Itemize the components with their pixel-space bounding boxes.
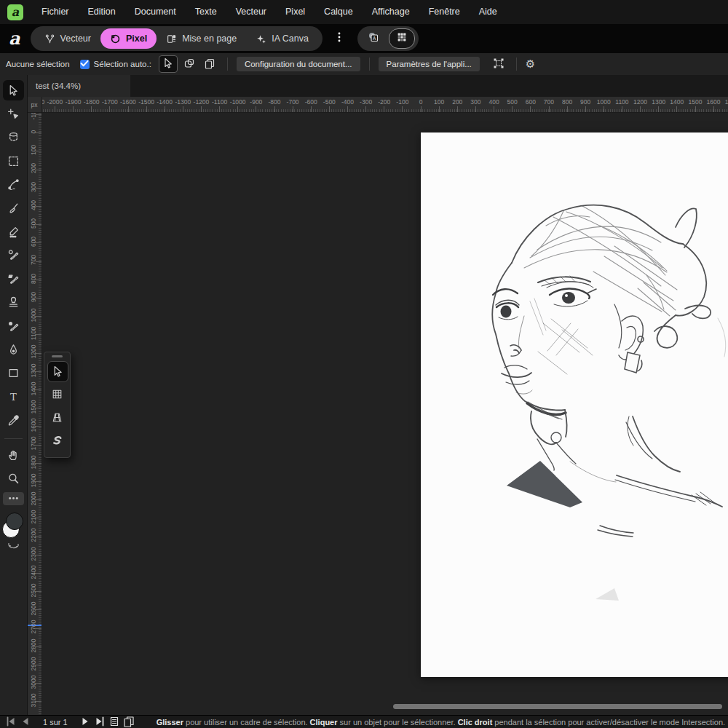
select-mode-copy-button[interactable]	[201, 56, 218, 72]
menu-bar: a FichierEditionDocumentTexteVecteurPixe…	[0, 0, 728, 25]
divider	[369, 58, 370, 71]
flood-select-tool[interactable]	[3, 103, 24, 124]
document-tab[interactable]: test (34.4%)	[27, 75, 130, 97]
h-ruler-label: -1900	[66, 98, 82, 106]
document-setup-button[interactable]: Configuration du document...	[237, 57, 360, 71]
studio-toggle-group: A	[357, 26, 419, 51]
flyout-move-tool[interactable]	[47, 361, 68, 382]
status-bar: 1 sur 1 Glisser pour utiliser un cadre d…	[0, 715, 728, 728]
v-ruler-label: 3100	[30, 686, 37, 715]
document-tab-bar: test (34.4%)	[27, 75, 728, 97]
h-ruler-label: -1200	[194, 98, 210, 106]
h-ruler-label: -600	[305, 98, 317, 106]
first-page-icon	[5, 716, 17, 728]
menu-item-aide[interactable]: Aide	[470, 0, 507, 24]
affinity-logo-icon[interactable]: a	[7, 4, 23, 20]
select-mode-cursor-button[interactable]	[159, 55, 178, 73]
horizontal-scrollbar-thumb[interactable]	[393, 704, 722, 709]
kebab-icon	[333, 31, 345, 46]
marquee-select-tool[interactable]	[3, 151, 24, 171]
swap-colours-icon[interactable]	[9, 543, 18, 548]
overlap-shapes-icon	[183, 58, 195, 71]
move-tool[interactable]	[3, 80, 24, 100]
view-tool[interactable]	[3, 445, 24, 465]
fill-colour-well[interactable]	[7, 513, 23, 530]
persona-mise-en-page[interactable]: Mise en page	[157, 28, 246, 49]
pen-tool[interactable]	[3, 339, 24, 360]
previous-page-button[interactable]	[20, 718, 31, 726]
hints-toggle-button[interactable]: A	[361, 29, 386, 48]
select-mode-shapes-button[interactable]	[181, 56, 198, 72]
cursor-icon	[162, 58, 174, 71]
colour-picker-tool[interactable]	[3, 411, 24, 431]
h-ruler-label: 1000	[597, 98, 611, 106]
h-ruler-label: 1100	[615, 98, 628, 106]
menu-item-fentre[interactable]: Fenêtre	[419, 0, 470, 24]
text-tool[interactable]: T	[3, 387, 24, 407]
h-ruler-label: 500	[507, 98, 518, 106]
menu-item-calque[interactable]: Calque	[314, 0, 363, 24]
app-settings-button[interactable]: Paramètres de l'appli...	[379, 57, 480, 71]
single-page-view-button[interactable]	[109, 718, 119, 726]
divider	[227, 58, 228, 71]
menu-item-texte[interactable]: Texte	[186, 0, 226, 24]
check-icon	[79, 58, 90, 71]
insertion-target-icon	[493, 58, 505, 71]
h-ruler-label: 1700	[725, 98, 728, 106]
clone-stamp-tool[interactable]	[3, 293, 24, 313]
auto-select-checkbox[interactable]	[80, 60, 90, 69]
h-ruler-label: -1000	[230, 98, 246, 106]
h-ruler-label: 800	[562, 98, 572, 106]
single-page-icon	[108, 716, 120, 728]
flyout-drag-handle[interactable]	[52, 355, 63, 357]
sketch-artwork	[421, 132, 728, 677]
paint-brush-tool[interactable]	[3, 198, 24, 218]
menu-item-document[interactable]: Document	[125, 0, 186, 24]
horizontal-ruler[interactable]: -2100-2000-1900-1800-1700-1600-1500-1400…	[42, 97, 728, 113]
next-page-button[interactable]	[80, 718, 90, 726]
h-ruler-label: 400	[488, 98, 499, 106]
last-page-button[interactable]	[95, 718, 105, 726]
all-pages-view-button[interactable]	[124, 718, 134, 726]
pixel-tool[interactable]	[3, 221, 24, 242]
persona-ia-canva[interactable]: IA Canva	[246, 28, 318, 49]
flyout-mesh-warp-tool[interactable]	[47, 384, 67, 404]
document-page[interactable]	[421, 132, 728, 677]
h-ruler-label: 600	[526, 98, 536, 106]
colour-replacement-brush-tool[interactable]	[3, 245, 24, 266]
insertion-target-button[interactable]	[490, 56, 507, 72]
erase-brush-tool[interactable]	[3, 269, 24, 289]
fill-stroke-wells[interactable]	[0, 507, 27, 558]
last-page-icon	[94, 716, 106, 728]
first-page-button[interactable]	[6, 718, 16, 726]
persona-pixel[interactable]: Pixel	[100, 28, 157, 49]
h-ruler-label: 1500	[688, 98, 702, 106]
zoom-tool[interactable]	[3, 468, 24, 488]
h-ruler-label: -700	[287, 98, 299, 106]
ruler-unit-label[interactable]: px	[27, 97, 42, 113]
selection-brush-tool[interactable]	[3, 127, 24, 148]
h-ruler-label: 200	[452, 98, 462, 106]
flyout-liquify-tool[interactable]	[47, 431, 67, 451]
persona-overflow-button[interactable]	[331, 28, 347, 50]
menu-item-edition[interactable]: Edition	[79, 0, 125, 24]
flyout-perspective-tool[interactable]	[47, 408, 67, 427]
studio-presets-button[interactable]	[389, 28, 415, 49]
vertical-ruler[interactable]: -100010020030040050060070080090010001100…	[27, 113, 42, 716]
rectangle-tool[interactable]	[3, 363, 24, 384]
menu-item-vecteur[interactable]: Vecteur	[226, 0, 276, 24]
gear-icon[interactable]: ⚙	[526, 58, 535, 71]
persona-toolbar: a VecteurPixelMise en pageIA Canva A	[0, 24, 728, 53]
more-tools[interactable]	[3, 492, 24, 505]
h-ruler-label: 1600	[707, 98, 721, 106]
dodge-brush-tool[interactable]	[3, 316, 24, 336]
h-ruler-label: -300	[360, 98, 372, 106]
svg-text:A: A	[373, 36, 376, 41]
canvas-viewport[interactable]	[42, 113, 728, 716]
page-indicator: 1 sur 1	[43, 718, 68, 727]
menu-item-affichage[interactable]: Affichage	[363, 0, 419, 24]
persona-vecteur[interactable]: Vecteur	[35, 28, 100, 49]
freehand-select-tool[interactable]	[3, 175, 24, 195]
menu-item-pixel[interactable]: Pixel	[276, 0, 314, 24]
menu-item-fichier[interactable]: Fichier	[32, 0, 79, 24]
